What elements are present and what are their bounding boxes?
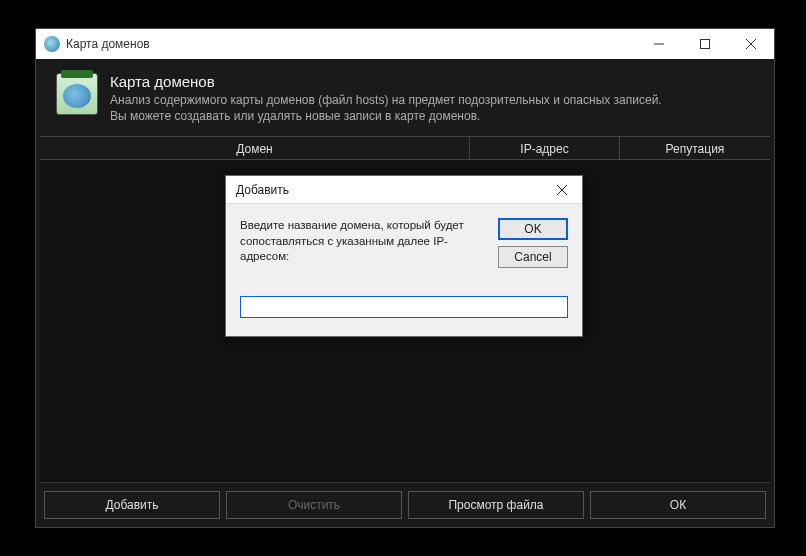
table-header: Домен IP-адрес Репутация xyxy=(40,136,770,160)
domain-input[interactable] xyxy=(240,296,568,318)
column-reputation[interactable]: Репутация xyxy=(620,137,770,159)
close-icon xyxy=(746,39,756,49)
dialog-titlebar: Добавить xyxy=(226,176,582,204)
dialog-title: Добавить xyxy=(236,183,289,197)
dialog-body: Введите название домена, который будет с… xyxy=(226,204,582,336)
dialog-row: Введите название домена, который будет с… xyxy=(240,218,568,268)
minimize-icon xyxy=(654,39,664,49)
maximize-button[interactable] xyxy=(682,29,728,59)
dialog-ok-button[interactable]: OK xyxy=(498,218,568,240)
header-text: Карта доменов Анализ содержимого карты д… xyxy=(110,73,662,124)
page-subtitle-2: Вы можете создавать или удалять новые за… xyxy=(110,108,662,124)
svg-rect-1 xyxy=(701,40,710,49)
column-ip[interactable]: IP-адрес xyxy=(470,137,620,159)
clear-button[interactable]: Очистить xyxy=(226,491,402,519)
window-controls xyxy=(636,29,774,59)
close-button[interactable] xyxy=(728,29,774,59)
close-icon xyxy=(557,185,567,195)
column-domain[interactable]: Домен xyxy=(40,137,470,159)
titlebar: Карта доменов xyxy=(36,29,774,59)
minimize-button[interactable] xyxy=(636,29,682,59)
ok-button[interactable]: ОК xyxy=(590,491,766,519)
window-title: Карта доменов xyxy=(66,37,150,51)
app-icon xyxy=(44,36,60,52)
header: Карта доменов Анализ содержимого карты д… xyxy=(36,59,774,136)
maximize-icon xyxy=(700,39,710,49)
dialog-close-button[interactable] xyxy=(542,176,582,203)
dialog-cancel-button[interactable]: Cancel xyxy=(498,246,568,268)
dialog-message: Введите название домена, который будет с… xyxy=(240,218,486,265)
page-subtitle-1: Анализ содержимого карты доменов (файл h… xyxy=(110,92,662,108)
dialog-buttons: OK Cancel xyxy=(498,218,568,268)
page-title: Карта доменов xyxy=(110,73,662,90)
globe-www-icon xyxy=(56,73,98,115)
add-dialog: Добавить Введите название домена, которы… xyxy=(225,175,583,337)
view-file-button[interactable]: Просмотр файла xyxy=(408,491,584,519)
titlebar-left: Карта доменов xyxy=(44,36,150,52)
add-button[interactable]: Добавить xyxy=(44,491,220,519)
footer: Добавить Очистить Просмотр файла ОК xyxy=(36,483,774,527)
